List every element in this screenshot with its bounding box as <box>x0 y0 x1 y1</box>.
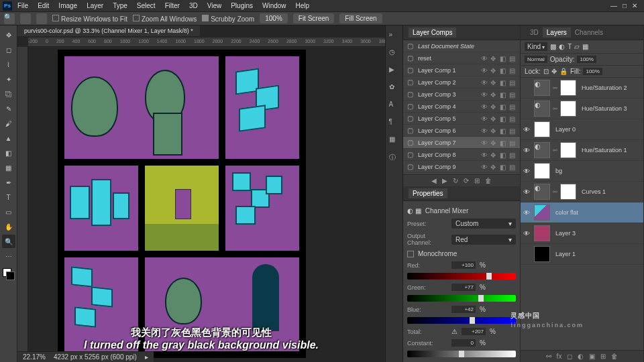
zoom-100-button[interactable]: 100% <box>260 13 288 23</box>
tab-layers[interactable]: Layers <box>543 27 571 38</box>
pen-tool[interactable]: ✒ <box>2 176 15 189</box>
filter-adj-icon[interactable]: ◐ <box>559 43 565 50</box>
appear-icon[interactable]: ◧ <box>500 115 506 122</box>
stamp-tool[interactable]: ▲ <box>2 131 15 145</box>
layer-row[interactable]: 👁Layer 3 <box>521 223 643 244</box>
layer-row[interactable]: 👁◐⚯Hue/Saturation 1 <box>521 140 643 161</box>
info-panel-icon[interactable]: ⓘ <box>389 153 400 164</box>
tab-channels[interactable]: Channels <box>571 27 607 38</box>
pos-icon[interactable]: ✥ <box>490 164 497 170</box>
history-icon[interactable]: ◷ <box>389 48 400 59</box>
group-icon[interactable]: ▣ <box>589 353 595 360</box>
eraser-tool[interactable]: ◧ <box>2 146 15 160</box>
delete-layer-icon[interactable]: 🗑 <box>611 353 618 360</box>
zoom-in-icon[interactable] <box>20 13 31 24</box>
expand-icon[interactable]: » <box>389 31 400 42</box>
menu-window[interactable]: Window <box>258 1 290 11</box>
pos-icon[interactable]: ✥ <box>490 103 497 110</box>
hand-tool[interactable]: ✋ <box>2 220 15 233</box>
menu-image[interactable]: Image <box>54 1 81 11</box>
filter-type-icon[interactable]: T <box>568 43 572 50</box>
layer-mask[interactable] <box>560 184 576 200</box>
status-zoom[interactable]: 22.17% <box>23 353 46 361</box>
vis-icon[interactable]: 👁 <box>481 127 488 134</box>
layer-comp-row[interactable]: ▢Layer Comp 3👁✥◧▤ <box>403 88 520 101</box>
lc-update2-icon[interactable]: ⟳ <box>464 177 469 184</box>
actions-icon[interactable]: ▶ <box>389 66 400 76</box>
layer-row[interactable]: 👁Layer 0 <box>521 119 643 140</box>
apply-icon[interactable]: ▢ <box>407 90 415 98</box>
vis-icon[interactable]: 👁 <box>481 67 488 74</box>
layer-name[interactable]: Hue/Saturation 2 <box>579 84 641 91</box>
scrubby-checkbox[interactable] <box>202 15 209 21</box>
layer-row[interactable]: 👁bg <box>521 161 643 182</box>
update-icon[interactable]: ▤ <box>509 91 516 98</box>
layer-name[interactable]: color flat <box>553 209 641 216</box>
layer-name[interactable]: Hue/Saturation 3 <box>579 105 641 112</box>
apply-icon[interactable]: ▢ <box>407 66 415 74</box>
apply-icon[interactable]: ▢ <box>407 54 415 62</box>
menu-3d[interactable]: 3D <box>185 1 202 11</box>
zoom-out-icon[interactable] <box>36 13 47 24</box>
crop-tool[interactable]: ⿻ <box>2 87 15 101</box>
marquee-tool[interactable]: ◻ <box>2 43 15 56</box>
lc-update-icon[interactable]: ↻ <box>453 177 458 184</box>
update-icon[interactable]: ▤ <box>509 67 516 74</box>
last-doc-state[interactable]: ▢Last Document State <box>403 40 520 52</box>
visibility-icon[interactable]: 👁 <box>523 230 531 237</box>
appear-icon[interactable]: ◧ <box>500 55 506 62</box>
appear-icon[interactable]: ◧ <box>500 103 506 110</box>
preset-dropdown[interactable]: Custom▾ <box>451 219 516 229</box>
resize-checkbox[interactable] <box>52 15 59 21</box>
lc-trash-icon[interactable]: 🗑 <box>485 177 492 184</box>
visibility-icon[interactable]: 👁 <box>523 147 531 154</box>
layer-comp-row[interactable]: ▢Layer Comp 4👁✥◧▤ <box>403 101 520 113</box>
canvas-area[interactable]: purvis00-color.psd @ 33.3% (Channel Mixe… <box>17 25 402 362</box>
apply-icon[interactable]: ▢ <box>407 151 415 158</box>
gradient-tool[interactable]: ▦ <box>2 161 15 174</box>
layer-comp-row[interactable]: ▢reset👁✥◧▤ <box>403 52 520 64</box>
vis-icon[interactable]: 👁 <box>481 79 488 86</box>
layer-comp-row[interactable]: ▢Layer Comp 2👁✥◧▤ <box>403 76 520 88</box>
pos-icon[interactable]: ✥ <box>490 79 497 86</box>
fit-screen-button[interactable]: Fit Screen <box>293 13 335 23</box>
brush-panel-icon[interactable]: ✿ <box>389 83 400 94</box>
filter-pixel-icon[interactable]: ▩ <box>550 43 556 50</box>
green-slider[interactable] <box>407 295 516 302</box>
blue-slider[interactable] <box>407 317 516 324</box>
update-icon[interactable]: ▤ <box>509 164 516 170</box>
pos-icon[interactable]: ✥ <box>490 139 497 146</box>
para-panel-icon[interactable]: ¶ <box>389 118 400 129</box>
constant-slider[interactable] <box>407 351 516 357</box>
menu-file[interactable]: File <box>13 1 32 11</box>
appear-icon[interactable]: ◧ <box>500 139 506 146</box>
menu-plugins[interactable]: Plugins <box>227 1 257 11</box>
edit-toolbar[interactable]: ⋯ <box>2 249 15 263</box>
lasso-tool[interactable]: ⌇ <box>2 58 15 71</box>
color-swatch[interactable] <box>3 268 15 280</box>
apply-icon[interactable]: ▢ <box>407 139 415 146</box>
close-icon[interactable]: ✕ <box>632 2 637 9</box>
visibility-icon[interactable]: 👁 <box>523 168 531 175</box>
new-layer-icon[interactable]: ⊞ <box>600 353 606 360</box>
vis-icon[interactable]: 👁 <box>481 152 488 158</box>
apply-icon[interactable]: ▢ <box>407 127 415 134</box>
minimize-icon[interactable]: — <box>610 2 617 9</box>
layer-row[interactable]: Layer 1 <box>521 244 643 265</box>
pos-icon[interactable]: ✥ <box>490 55 497 62</box>
menu-edit[interactable]: Edit <box>34 1 53 11</box>
apply-icon[interactable]: ▢ <box>407 115 415 122</box>
layer-mask[interactable] <box>560 101 576 117</box>
link-layers-icon[interactable]: ⚯ <box>546 353 551 360</box>
update-icon[interactable]: ▤ <box>509 127 516 134</box>
appear-icon[interactable]: ◧ <box>500 152 506 158</box>
update-icon[interactable]: ▤ <box>509 55 516 62</box>
appear-icon[interactable]: ◧ <box>500 79 506 86</box>
brush-tool[interactable]: 🖌 <box>2 117 15 130</box>
vis-icon[interactable]: 👁 <box>481 139 488 146</box>
layer-comp-row[interactable]: ▢Layer Comp 5👁✥◧▤ <box>403 113 520 125</box>
fill-screen-button[interactable]: Fill Screen <box>339 13 382 23</box>
layer-row[interactable]: 👁◐⚯Curves 1 <box>521 182 643 202</box>
pos-icon[interactable]: ✥ <box>490 91 497 98</box>
opacity-input[interactable]: 100% <box>577 56 596 63</box>
